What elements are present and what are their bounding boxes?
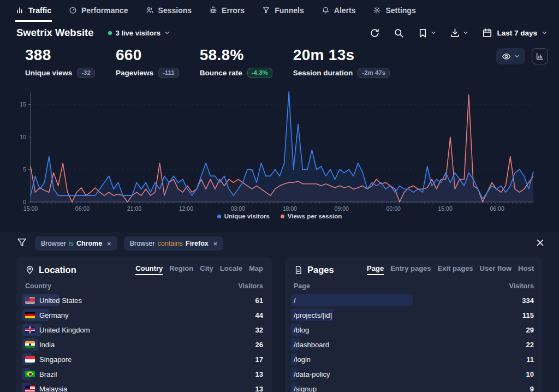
filter-chip-chrome[interactable]: BrowserisChrome× xyxy=(35,236,117,251)
tab-performance[interactable]: Performance xyxy=(68,0,129,22)
chip-value: Chrome xyxy=(76,240,102,247)
row-visitors-value: 115 xyxy=(522,311,534,319)
live-visitors-dropdown[interactable]: 3 live visitors xyxy=(108,29,170,37)
svg-text:15:00: 15:00 xyxy=(23,205,38,212)
chevron-down-icon xyxy=(164,30,170,35)
chevron-down-icon xyxy=(542,30,547,35)
table-row[interactable]: /data-policy10 xyxy=(294,369,534,379)
legend-dot-icon xyxy=(217,215,221,218)
row-visitors-value: 334 xyxy=(522,296,534,305)
row-visitors-value: 44 xyxy=(255,311,263,319)
row-label: Brazil xyxy=(25,370,57,378)
chip-remove-icon[interactable]: × xyxy=(213,240,218,247)
pages-tab-user-flow[interactable]: User flow xyxy=(480,264,512,275)
svg-text:12:00: 12:00 xyxy=(179,205,193,212)
table-row[interactable]: United States61 xyxy=(25,295,263,305)
svg-text:21:00: 21:00 xyxy=(127,205,141,212)
bar-chart-icon xyxy=(536,52,544,61)
calendar-icon xyxy=(482,28,492,38)
row-name-text: Brazil xyxy=(39,370,57,378)
filter-bar: BrowserisChrome×BrowsercontainsFirefox× xyxy=(16,236,545,251)
tab-sessions[interactable]: Sessions xyxy=(145,0,192,22)
row-visitors-value: 10 xyxy=(526,370,534,378)
row-name-text: /signup xyxy=(294,385,317,392)
pages-rows: /334/projects/[id]115/blog29/dashboard22… xyxy=(294,295,534,392)
metric-label: Unique views xyxy=(25,69,72,77)
tab-settings[interactable]: Settings xyxy=(372,0,416,22)
row-visitors-value: 22 xyxy=(526,341,534,349)
chip-operator: is xyxy=(69,240,74,247)
pages-tab-page[interactable]: Page xyxy=(367,264,384,275)
table-row[interactable]: /login11 xyxy=(294,354,534,364)
row-name-text: /blog xyxy=(294,326,309,334)
table-row[interactable]: /projects/[id]115 xyxy=(294,310,534,320)
date-range-label: Last 7 days xyxy=(497,29,537,37)
legend-label: Unique visitors xyxy=(224,213,270,219)
tab-label: Settings xyxy=(385,6,415,15)
row-name-text: /projects/[id] xyxy=(294,311,332,319)
legend-item-unique-visitors[interactable]: Unique visitors xyxy=(217,213,270,219)
metrics-visibility-button[interactable] xyxy=(496,48,525,64)
location-tab-locale[interactable]: Locale xyxy=(220,264,242,275)
date-range-picker[interactable]: Last 7 days xyxy=(482,28,547,38)
metric-value: 660 xyxy=(116,47,179,64)
location-tab-city[interactable]: City xyxy=(200,264,213,275)
pages-tab-host[interactable]: Host xyxy=(518,264,534,275)
flag-singapore-icon xyxy=(25,356,35,363)
svg-text:0: 0 xyxy=(23,199,26,205)
row-label: /login xyxy=(294,355,311,364)
refresh-icon[interactable] xyxy=(370,28,380,38)
row-name-text: /dashboard xyxy=(294,341,329,349)
table-row[interactable]: United Kingdom32 xyxy=(25,325,263,335)
clear-filters-button[interactable] xyxy=(536,238,545,250)
chart-type-button[interactable] xyxy=(532,48,548,64)
table-row[interactable]: /blog29 xyxy=(294,325,534,335)
legend-item-views-per-session[interactable]: Views per session xyxy=(281,213,342,219)
row-label: Singapore xyxy=(25,355,72,364)
table-row[interactable]: /334 xyxy=(294,295,534,305)
location-col-header-left: Country xyxy=(25,282,51,290)
chart-controls xyxy=(496,48,548,64)
legend-label: Views per session xyxy=(288,213,342,219)
pages-panel: Pages PageEntry pagesExit pagesUser flow… xyxy=(285,257,543,392)
filter-chip-firefox[interactable]: BrowsercontainsFirefox× xyxy=(124,236,224,251)
row-name-text: /data-policy xyxy=(294,370,330,378)
location-tab-country[interactable]: Country xyxy=(135,264,163,275)
tab-alerts[interactable]: Alerts xyxy=(321,0,356,22)
tab-errors[interactable]: Errors xyxy=(209,0,245,22)
svg-text:5: 5 xyxy=(23,166,26,173)
row-label: / xyxy=(294,296,296,305)
traffic-chart: 05101515:0006:0021:0012:0003:0018:0009:0… xyxy=(8,86,551,215)
row-value-bar xyxy=(291,294,413,306)
table-row[interactable]: Singapore17 xyxy=(25,354,263,364)
table-row[interactable]: /dashboard22 xyxy=(294,340,534,349)
tab-funnels[interactable]: Funnels xyxy=(261,0,305,22)
table-row[interactable]: /signup9 xyxy=(294,384,534,392)
flag-india-icon xyxy=(25,341,35,348)
tab-traffic[interactable]: Traffic xyxy=(15,0,52,22)
chip-field: Browser xyxy=(41,240,66,247)
pages-tab-entry-pages[interactable]: Entry pages xyxy=(390,264,431,275)
table-row[interactable]: Malaysia13 xyxy=(25,384,263,392)
metric-change-badge: -4.3% xyxy=(247,68,272,78)
chevron-down-icon xyxy=(463,30,468,35)
export-dropdown[interactable] xyxy=(450,28,468,38)
flag-germany-icon xyxy=(25,312,35,318)
location-tab-map[interactable]: Map xyxy=(249,264,263,275)
tab-label: Errors xyxy=(222,6,245,15)
row-label: /dashboard xyxy=(294,341,329,349)
metric-label: Pageviews xyxy=(116,69,153,77)
metric-label: Bounce rate xyxy=(200,69,242,77)
search-icon[interactable] xyxy=(394,28,404,38)
chip-remove-icon[interactable]: × xyxy=(107,240,111,247)
page-title: Swetrix Website xyxy=(16,27,94,39)
tab-label: Sessions xyxy=(158,6,192,15)
table-row[interactable]: India26 xyxy=(25,340,263,349)
location-tab-region[interactable]: Region xyxy=(169,264,193,275)
table-row[interactable]: Brazil13 xyxy=(25,369,263,379)
table-row[interactable]: Germany44 xyxy=(25,310,263,320)
bookmarks-dropdown[interactable] xyxy=(418,28,436,38)
chevron-down-icon xyxy=(431,30,436,35)
pages-tab-exit-pages[interactable]: Exit pages xyxy=(438,264,473,275)
row-visitors-value: 29 xyxy=(526,326,534,334)
